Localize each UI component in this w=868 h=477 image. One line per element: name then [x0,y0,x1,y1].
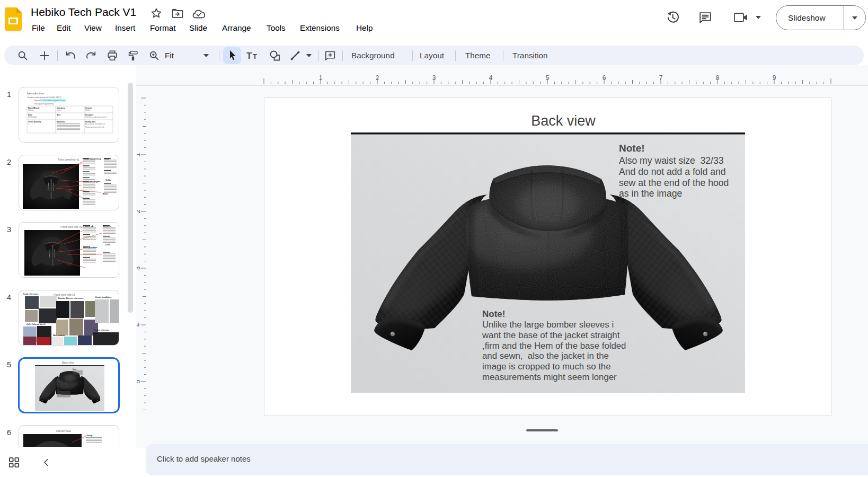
svg-text:Hood+ drawstring: Hood+ drawstring [83,157,101,160]
svg-text:7: 7 [659,74,663,82]
svg-text:1: 1 [28,123,29,125]
svg-text:5: 5 [137,379,141,383]
svg-text:Note!: Note! [73,368,76,370]
svg-text:hood references.: hood references. [23,293,39,295]
svg-text:Pocket: Pocket [83,197,90,200]
svg-text:1: 1 [319,74,323,82]
svg-text:Front view info v3: Front view info v3 [54,293,75,296]
svg-text:I bring: I bring [86,434,93,437]
svg-text:3: 3 [432,74,436,82]
svg-text:Welt pockets.: Welt pockets. [53,334,65,337]
svg-text:Back view: Back view [62,361,74,364]
svg-text:Cuffs.: Cuffs. [105,243,111,246]
svg-text:1: 1 [137,153,141,156]
svg-text:Pocket reference: Pocket reference [94,329,109,331]
svg-text:Order quantity: Order quantity [28,121,41,123]
svg-text:Winter: Winter [85,109,91,111]
svg-text:Cuffs /tailored barrel: Cuffs /tailored barrel [26,323,45,325]
svg-text:Materials.: Materials. [57,121,66,123]
svg-text:(thanksgiving preferred): (thanksgiving preferred) [85,126,104,128]
svg-text:4: 4 [489,74,493,82]
svg-text:Note!: Note! [57,389,60,391]
svg-text:L: L [57,116,58,118]
svg-text:Front view/info v1: Front view/info v1 [58,158,79,161]
svg-text:Hebiko: Hebiko [28,109,34,111]
svg-text:3: 3 [137,266,141,270]
svg-text:Instagram (pseudo).: Instagram (pseudo). [34,102,54,105]
svg-text:jacket: jacket [56,109,61,111]
svg-text:9: 9 [773,74,776,82]
svg-text:2: 2 [137,209,141,213]
svg-text:Hood: Hood [104,157,110,160]
svg-text:Front view info V2: Front view info V2 [60,225,83,228]
svg-text:Wrist pockets.: Wrist pockets. [83,246,98,249]
svg-text:Introduction: Introduction [27,91,45,95]
svg-text:Hood+ headlights.: Hood+ headlights. [95,296,112,298]
svg-text:10/20/2025: 10/20/2025 [28,116,37,118]
svg-text:Interior view: Interior view [56,429,71,432]
svg-text:Contact info phone:(470 660 2: Contact info phone:(470 660 2427) [27,96,61,99]
svg-text:8: 8 [716,74,720,82]
svg-text:T: T [253,52,257,60]
svg-text:Hood+ headlights.: Hood+ headlights. [83,180,101,183]
svg-text:Collar: Collar [105,179,112,181]
svg-text:Sleeves.: Sleeves. [103,225,111,227]
svg-text:At Least by november 27: At Least by november 27 [85,123,105,125]
svg-text:Email:: Email: [34,99,41,102]
svg-text:Pocket v2.: Pocket v2. [83,225,94,227]
svg-text:Christian andrew(Lyseoul).: Christian andrew(Lyseoul). [85,116,107,118]
svg-text:Ch1vadeb3@gmail.com: Ch1vadeb3@gmail.com [41,99,65,102]
svg-text:4: 4 [137,323,141,326]
svg-text:6: 6 [603,74,606,82]
svg-text:T: T [246,51,252,60]
svg-text:Base: Base [103,192,108,195]
svg-text:Bomber Sleeves references.: Bomber Sleeves references. [58,297,84,299]
svg-text:2: 2 [376,74,379,82]
svg-text:5: 5 [546,74,550,82]
